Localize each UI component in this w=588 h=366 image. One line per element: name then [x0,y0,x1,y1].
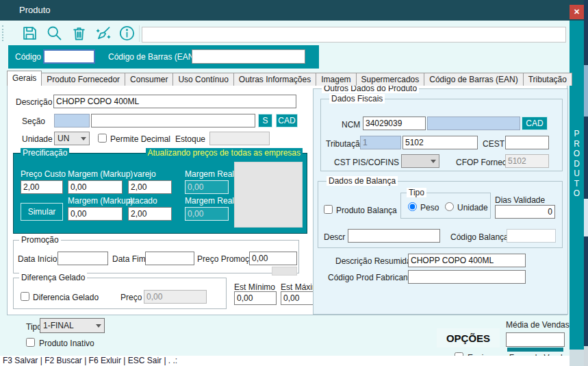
unidade-select[interactable]: UN [54,132,90,145]
produto-balanca-label: Produto Balança [336,206,397,215]
precificacao-title: Precificação [21,148,69,158]
produto-inativo-label: Produto Inativo [39,339,94,348]
peso-radio[interactable] [408,202,417,211]
diferencia-gelado-label: Diferencia Gelado [33,293,99,302]
info-icon [118,35,136,45]
codigo-balanca-input[interactable] [507,229,556,243]
secao-label: Seção [22,117,45,126]
simular-button[interactable]: Simular [21,203,63,221]
balanca-tipo-group: Tipo Peso Unidade [400,193,491,219]
descricao-resumida-label: Descrição Resumida [335,256,411,266]
toolbar-separator [139,25,140,42]
tab-consumer[interactable]: Consumer [125,73,173,86]
promocao-small-box [272,267,297,276]
info-button[interactable] [118,24,136,42]
tributacao-label: Tributação [326,139,364,149]
estoque-input[interactable] [209,132,270,145]
ncm-input[interactable] [363,117,426,130]
search-button[interactable] [45,24,64,42]
codigo-input[interactable] [43,49,95,64]
tab-codigo-barras[interactable]: Código de Barras (EAN) [424,73,523,86]
ean-input[interactable] [192,49,305,64]
tab-uso-continuo[interactable]: Uso Contínuo [172,73,233,86]
tab-tributacao[interactable]: Tributação [523,73,572,86]
diferenca-gelado-group: Diferença Gelado Diferencia Gelado Preço [13,278,227,309]
cfop-fornec-label: CFOP Fornec [456,158,507,167]
toolbar-search-input[interactable] [142,27,566,42]
secao-code-input[interactable] [54,114,90,127]
tab-supermercados[interactable]: Supermercados [356,73,425,86]
tab-imagem[interactable]: Imagem [316,73,356,86]
margem-real-atacado-input[interactable] [185,207,229,221]
cest-input[interactable] [505,136,549,149]
permite-decimal-checkbox[interactable] [98,134,107,143]
peso-label: Peso [420,203,439,212]
codigo-label: Código [15,52,41,62]
tab-produto-fornecedor[interactable]: Produto Fornecedor [41,73,125,86]
produto-inativo-checkbox[interactable] [26,338,35,347]
precificacao-display-box [234,162,303,228]
tab-outras-informacoes[interactable]: Outras Informações [233,73,316,86]
cfop-fornec-input[interactable] [505,154,549,168]
data-inicio-input[interactable] [57,252,108,265]
margem-atacado-input[interactable] [68,207,123,221]
secao-name-input[interactable] [91,114,255,127]
save-button[interactable] [21,24,39,42]
margem-real-varejo-input[interactable] [185,180,229,194]
tipo-select[interactable]: 1-FINAL [40,318,105,333]
precificacao-banner: Atualizando preços de todas as empresas [146,148,303,158]
dados-balanca-group: Dados de Balança Produto Balança Tipo Pe… [318,181,563,248]
descricao-resumida-input[interactable] [408,254,526,267]
data-fim-input[interactable] [145,252,194,265]
margem-atacado-label: Margem (Markup) [68,196,133,206]
dias-validade-input[interactable] [495,205,555,219]
atacado-input[interactable] [128,207,172,221]
status-bar: F3 Salvar | F2 Buscar | F6 Exluir | ESC … [0,356,584,366]
gelado-preco-input[interactable] [144,290,207,304]
window-title: Produto [19,0,51,21]
tributacao-input[interactable] [402,136,478,149]
diferencia-gelado-checkbox[interactable] [21,292,29,301]
delete-button[interactable] [70,24,88,42]
close-button[interactable]: ✕ [570,5,584,19]
clean-button[interactable] [94,24,112,42]
produto-balanca-checkbox[interactable] [324,205,333,214]
ncm-cad-button[interactable]: CAD [522,117,548,130]
margem-real-varejo-label: Margem Real [185,169,234,179]
codigo-fabricante-input[interactable] [408,270,526,284]
descr-label: Descr [324,232,345,242]
ncm-desc-input[interactable] [427,117,520,130]
tributacao-code-input[interactable] [360,136,401,149]
close-icon: ✕ [574,8,580,16]
opcoes-button[interactable]: OPÇÕES [437,328,500,347]
descr-input[interactable] [348,229,440,243]
dias-validade-label: Dias Validade [495,195,545,205]
promocao-group: Promoção Data Início Data Fim Preço Prom… [13,240,299,273]
preco-custo-input[interactable] [21,180,63,194]
varejo-input[interactable] [128,180,172,194]
preco-promocao-input[interactable] [249,252,297,265]
background-window-edge [584,0,588,366]
tipo-value: 1-FINAL [43,321,74,330]
produto-side-tab-label: P R O D U T O [570,129,584,199]
outros-dados-group: Outros Dados do Produto Dados Fiscais NC… [313,88,568,315]
tab-content-gerais: Descrição Seção S CAD Unidade UN Permite… [7,85,567,315]
media-vendas-input[interactable] [506,332,565,347]
unidade-radio[interactable] [445,202,454,211]
trash-icon [70,35,88,45]
margem-varejo-input[interactable] [68,180,123,194]
tab-gerais[interactable]: Gerais [7,71,42,86]
est-minimo-input[interactable] [234,291,277,305]
unidade-label: Unidade [22,134,53,144]
secao-s-button[interactable]: S [258,114,272,127]
descricao-label: Descrição [16,97,52,107]
cst-pis-cofins-select[interactable] [401,154,439,168]
margem-real-atacado-label: Margem Real [185,196,234,206]
data-inicio-label: Data Início [18,254,57,264]
ncm-label: NCM [342,120,360,130]
descricao-input[interactable] [53,95,296,108]
balanca-tipo-title: Tipo [407,188,426,197]
secao-cad-button[interactable]: CAD [276,114,298,127]
background-window-edge-segment [584,346,588,366]
toolbar-grip[interactable] [2,25,3,41]
